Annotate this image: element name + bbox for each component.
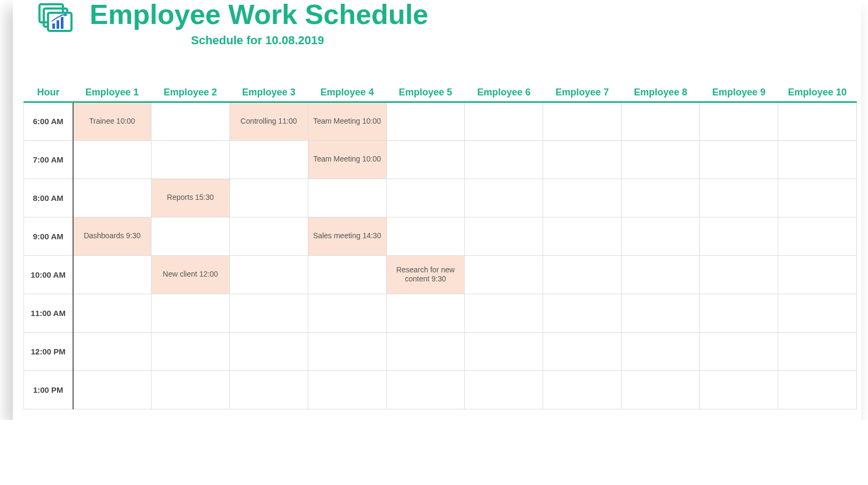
schedule-cell[interactable] bbox=[543, 332, 622, 370]
schedule-cell[interactable] bbox=[622, 102, 700, 140]
schedule-cell[interactable] bbox=[151, 102, 229, 140]
schedule-cell[interactable] bbox=[386, 294, 465, 332]
schedule-cell[interactable] bbox=[465, 179, 543, 217]
hour-label: 6:00 AM bbox=[24, 102, 73, 140]
schedule-cell[interactable] bbox=[778, 217, 857, 255]
schedule-cell[interactable] bbox=[386, 370, 465, 409]
schedule-cell[interactable] bbox=[465, 102, 543, 140]
schedule-cell[interactable] bbox=[151, 294, 229, 332]
schedule-cell[interactable] bbox=[151, 370, 229, 409]
schedule-cell[interactable]: Controlling 11:00 bbox=[229, 102, 308, 140]
schedule-cell[interactable]: Sales meeting 14:30 bbox=[308, 217, 386, 255]
hour-label: 9:00 AM bbox=[24, 217, 73, 255]
schedule-cell[interactable] bbox=[543, 179, 622, 217]
schedule-cell[interactable] bbox=[622, 332, 700, 370]
schedule-cell[interactable] bbox=[386, 140, 465, 179]
schedule-cell[interactable] bbox=[73, 140, 152, 179]
schedule-cell[interactable] bbox=[465, 332, 543, 370]
schedule-cell[interactable] bbox=[465, 217, 543, 255]
schedule-cell[interactable] bbox=[73, 255, 152, 294]
schedule-cell[interactable] bbox=[229, 370, 308, 409]
title-block: Employee Work Schedule Schedule for 10.0… bbox=[74, 0, 428, 47]
schedule-cell[interactable] bbox=[229, 217, 308, 255]
schedule-cell[interactable] bbox=[151, 332, 229, 370]
schedule-cell[interactable] bbox=[700, 179, 778, 217]
schedule-cell[interactable] bbox=[543, 255, 622, 294]
entry-text: New client 12:00 bbox=[152, 256, 229, 294]
table-row: 9:00 AM Dashboards 9:30 Sales meeting 14… bbox=[24, 217, 857, 255]
schedule-cell[interactable]: Team Meeting 10:00 bbox=[308, 140, 386, 179]
schedule-cell[interactable] bbox=[229, 140, 308, 179]
schedule-cell[interactable] bbox=[386, 179, 465, 217]
schedule-cell[interactable] bbox=[465, 370, 543, 409]
schedule-cell[interactable]: Team Meeting 10:00 bbox=[308, 102, 386, 140]
report-logo-icon bbox=[38, 3, 74, 35]
schedule-cell[interactable] bbox=[622, 370, 700, 409]
schedule-cell[interactable] bbox=[700, 140, 778, 179]
schedule-cell[interactable] bbox=[151, 140, 229, 179]
schedule-cell[interactable] bbox=[151, 217, 229, 255]
entry-text: Sales meeting 14:30 bbox=[308, 217, 386, 255]
schedule-cell[interactable] bbox=[622, 140, 700, 179]
col-employee-4: Employee 4 bbox=[308, 85, 386, 102]
schedule-cell[interactable] bbox=[386, 217, 465, 255]
schedule-cell[interactable] bbox=[778, 370, 857, 409]
schedule-cell[interactable] bbox=[229, 255, 308, 294]
schedule-cell[interactable] bbox=[465, 255, 543, 294]
col-employee-5: Employee 5 bbox=[386, 85, 465, 102]
schedule-cell[interactable] bbox=[700, 255, 778, 294]
schedule-cell[interactable] bbox=[229, 332, 308, 370]
table-row: 12:00 PM bbox=[24, 332, 857, 370]
schedule-cell[interactable] bbox=[543, 217, 622, 255]
schedule-cell[interactable] bbox=[73, 370, 152, 409]
schedule-cell[interactable] bbox=[700, 217, 778, 255]
schedule-cell[interactable] bbox=[700, 294, 778, 332]
schedule-cell[interactable]: Dashboards 9:30 bbox=[73, 217, 152, 255]
schedule-cell[interactable] bbox=[386, 102, 465, 140]
hour-label: 11:00 AM bbox=[24, 294, 73, 332]
schedule-cell[interactable] bbox=[73, 179, 152, 217]
schedule-cell[interactable] bbox=[386, 332, 465, 370]
schedule-cell[interactable] bbox=[543, 294, 622, 332]
col-employee-8: Employee 8 bbox=[622, 85, 700, 102]
schedule-cell[interactable] bbox=[465, 294, 543, 332]
schedule-cell[interactable] bbox=[622, 255, 700, 294]
schedule-cell[interactable]: Research for new content 9:30 bbox=[386, 255, 465, 294]
schedule-cell[interactable] bbox=[622, 217, 700, 255]
schedule-cell[interactable] bbox=[700, 102, 778, 140]
schedule-cell[interactable] bbox=[543, 140, 622, 179]
col-employee-6: Employee 6 bbox=[465, 85, 543, 102]
svg-rect-3 bbox=[52, 23, 55, 29]
schedule-cell[interactable] bbox=[778, 179, 857, 217]
schedule-cell[interactable] bbox=[308, 179, 386, 217]
schedule-cell[interactable] bbox=[778, 332, 857, 370]
schedule-cell[interactable] bbox=[778, 140, 857, 179]
schedule-cell[interactable] bbox=[778, 255, 857, 294]
page-subtitle: Schedule for 10.08.2019 bbox=[191, 34, 428, 47]
entry-text: Dashboards 9:30 bbox=[74, 217, 151, 255]
schedule-cell[interactable] bbox=[778, 102, 857, 140]
schedule-cell[interactable] bbox=[308, 255, 386, 294]
col-employee-9: Employee 9 bbox=[700, 85, 778, 102]
schedule-cell[interactable] bbox=[73, 332, 152, 370]
schedule-cell[interactable]: New client 12:00 bbox=[151, 255, 229, 294]
schedule-cell[interactable] bbox=[543, 102, 622, 140]
schedule-cell[interactable] bbox=[73, 294, 152, 332]
schedule-cell[interactable] bbox=[229, 179, 308, 217]
schedule-cell[interactable]: Reports 15:30 bbox=[151, 179, 229, 217]
table-row: 8:00 AM Reports 15:30 bbox=[24, 179, 857, 217]
schedule-cell[interactable] bbox=[700, 332, 778, 370]
schedule-cell[interactable] bbox=[308, 294, 386, 332]
schedule-cell[interactable] bbox=[700, 370, 778, 409]
schedule-cell[interactable] bbox=[229, 294, 308, 332]
schedule-cell[interactable]: Trainee 10:00 bbox=[73, 102, 152, 140]
schedule-cell[interactable] bbox=[543, 370, 622, 409]
schedule-cell[interactable] bbox=[308, 370, 386, 409]
schedule-cell[interactable] bbox=[622, 294, 700, 332]
schedule-cell[interactable] bbox=[778, 294, 857, 332]
schedule-cell[interactable] bbox=[622, 179, 700, 217]
hour-label: 8:00 AM bbox=[24, 179, 73, 217]
page-title: Employee Work Schedule bbox=[90, 0, 428, 29]
schedule-cell[interactable] bbox=[465, 140, 543, 179]
schedule-cell[interactable] bbox=[308, 332, 386, 370]
